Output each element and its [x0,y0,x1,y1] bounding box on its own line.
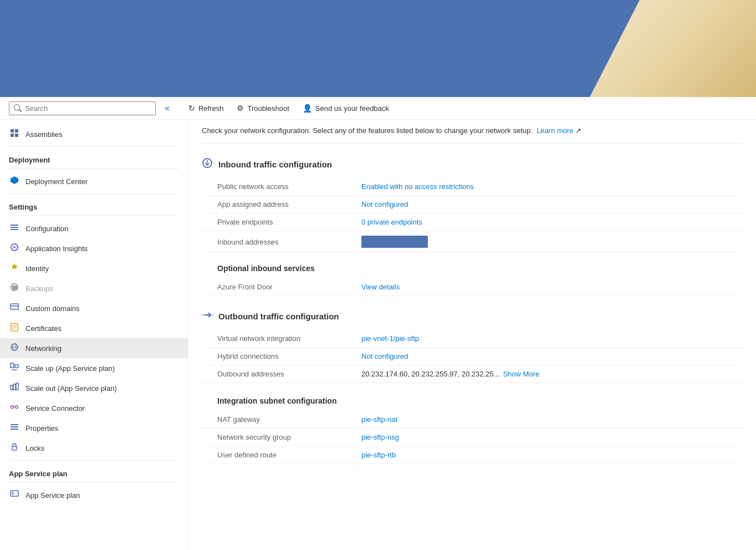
private-endpoints-link[interactable]: 0 private endpoints [361,218,422,226]
svg-marker-4 [11,176,18,184]
svg-point-25 [11,406,14,409]
sidebar-item-networking[interactable]: Networking [0,338,188,358]
feedback-icon: 👤 [303,104,312,113]
integration-subnet-section: Integration subnet configuration NAT gat… [202,396,743,464]
networking-icon [9,343,20,354]
public-access-link[interactable]: Enabled with no access restrictions [361,182,474,191]
nat-gateway-value[interactable]: pie-sftp-nat [361,415,397,424]
udr-link[interactable]: pie-sftp-rtb [361,451,396,459]
sidebar: Assemblies Deployment Deployment Center … [0,120,188,550]
assemblies-icon [9,129,20,140]
svg-rect-30 [11,429,18,430]
config-row-public-access: Public network access Enabled with no ac… [202,178,743,196]
svg-rect-29 [11,426,18,427]
certificates-label: Certificates [25,324,62,333]
public-access-value[interactable]: Enabled with no access restrictions [361,182,474,191]
nat-gateway-link[interactable]: pie-sftp-nat [361,415,397,424]
vnet-integration-value[interactable]: pie-vnet-1/pie-sftp [361,334,419,343]
app-assigned-value[interactable]: Not configured [361,200,408,208]
sidebar-item-deployment-center[interactable]: Deployment Center [0,171,188,191]
divider-deployment-bottom [9,169,179,169]
config-row-azure-front-door: Azure Front Door View details [202,278,743,296]
azure-front-door-value[interactable]: View details [361,283,400,291]
search-box[interactable] [9,101,156,115]
sidebar-item-app-service-plan[interactable]: App Service plan [0,485,188,505]
sidebar-item-identity[interactable]: Identity [0,258,188,278]
configuration-label: Configuration [25,225,68,233]
private-endpoints-value[interactable]: 0 private endpoints [361,218,422,226]
hybrid-connections-link[interactable]: Not configured [361,352,408,360]
svg-rect-19 [11,363,14,368]
custom-domains-label: Custom domains [25,304,80,313]
inbound-address-block [361,236,428,248]
app-assigned-label: App assigned address [217,200,361,208]
sidebar-item-assemblies[interactable]: Assemblies [0,124,188,144]
config-row-vnet-integration: Virtual network integration pie-vnet-1/p… [202,330,743,348]
outbound-section: Outbound traffic configuration Virtual n… [202,309,743,383]
inbound-section: Inbound traffic configuration Public net… [202,157,743,296]
content-panel: Check your network configuration. Select… [188,120,756,550]
config-row-udr: User defined route pie-sftp-rtb [202,446,743,464]
vnet-integration-link[interactable]: pie-vnet-1/pie-sftp [361,334,419,343]
identity-icon [9,263,20,274]
search-icon [14,104,22,112]
svg-point-26 [16,406,18,409]
svg-rect-20 [15,365,18,368]
app-assigned-link[interactable]: Not configured [361,200,408,208]
sidebar-item-scale-out[interactable]: Scale out (App Service plan) [0,378,188,398]
svg-rect-7 [11,229,18,230]
sidebar-item-locks[interactable]: Locks [0,438,188,458]
sidebar-item-application-insights[interactable]: Application Insights [0,238,188,258]
udr-value[interactable]: pie-sftp-rtb [361,451,396,459]
divider-settings [9,193,179,194]
divider-settings-bottom [9,216,179,216]
sidebar-item-certificates[interactable]: Certificates [0,318,188,338]
inbound-addresses-label: Inbound addresses [217,238,361,246]
sidebar-item-backups[interactable]: Backups [0,278,188,298]
azure-front-door-label: Azure Front Door [217,283,361,291]
ellipsis-button[interactable]: ... [316,80,323,90]
learn-more-link[interactable]: Learn more [537,126,573,135]
inbound-icon [202,157,213,171]
custom-domains-icon [9,303,20,314]
troubleshoot-label: Troubleshoot [247,104,289,113]
nsg-label: Network security group [217,433,361,441]
azure-front-door-link[interactable]: View details [361,283,400,291]
nsg-value[interactable]: pie-sftp-nsg [361,433,399,441]
config-row-private-endpoints: Private endpoints 0 private endpoints [202,213,743,231]
scale-out-icon [9,383,20,394]
refresh-label: Refresh [198,104,224,113]
search-input[interactable] [25,104,151,113]
refresh-button[interactable]: ↻ Refresh [183,100,229,116]
sidebar-item-service-connector[interactable]: Service Connector [0,398,188,418]
troubleshoot-button[interactable]: ⚙ Troubleshoot [231,100,294,116]
svg-rect-28 [11,424,18,425]
svg-rect-0 [11,129,14,133]
sidebar-item-configuration[interactable]: Configuration [0,218,188,238]
svg-point-9 [13,246,16,248]
show-more-link[interactable]: Show More [503,370,539,378]
scale-up-label: Scale up (App Service plan) [25,364,115,373]
external-link-icon: ↗ [575,126,581,135]
section-deployment: Deployment [0,149,188,166]
divider-deployment [9,146,179,147]
sidebar-item-properties[interactable]: Properties [0,418,188,438]
svg-rect-23 [13,384,16,390]
private-endpoints-label: Private endpoints [217,218,361,226]
deployment-center-label: Deployment Center [25,177,88,186]
collapse-button[interactable]: « [160,101,174,115]
svg-rect-33 [12,492,14,495]
configuration-icon [9,223,20,234]
sidebar-item-scale-up[interactable]: Scale up (App Service plan) [0,358,188,378]
outbound-addresses-label: Outbound addresses [217,370,361,378]
sidebar-item-custom-domains[interactable]: Custom domains [0,298,188,318]
nsg-link[interactable]: pie-sftp-nsg [361,433,399,441]
config-row-hybrid-connections: Hybrid connections Not configured [202,348,743,365]
hybrid-connections-value[interactable]: Not configured [361,352,408,360]
nat-gateway-label: NAT gateway [217,415,361,424]
header-decoration [590,0,756,97]
main-content: Assemblies Deployment Deployment Center … [0,120,756,550]
description-text: Check your network configuration. Select… [202,126,533,135]
svg-rect-11 [11,305,18,307]
feedback-button[interactable]: 👤 Send us your feedback [297,100,395,116]
